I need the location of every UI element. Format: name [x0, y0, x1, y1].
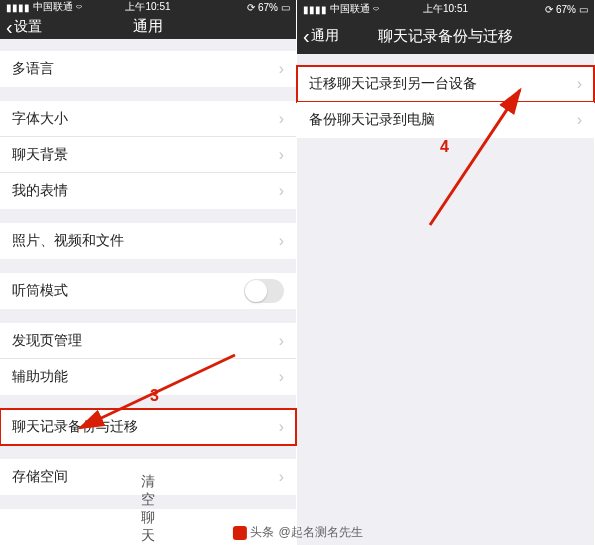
- row-label: 我的表情: [12, 182, 279, 200]
- row-label: 字体大小: [12, 110, 279, 128]
- toutiao-logo-icon: [232, 526, 246, 540]
- battery-label: 67%: [556, 4, 576, 15]
- row-earpiece-mode[interactable]: 听筒模式: [0, 273, 296, 309]
- chevron-right-icon: ›: [279, 368, 284, 386]
- annotation-number-3: 3: [150, 387, 159, 405]
- clock-label: 上午10:51: [125, 0, 170, 14]
- loading-icon: ⟳: [545, 4, 553, 15]
- chevron-left-icon: ‹: [6, 17, 13, 37]
- chevron-right-icon: ›: [577, 75, 582, 93]
- chevron-right-icon: ›: [279, 146, 284, 164]
- row-label: 发现页管理: [12, 332, 279, 350]
- chevron-right-icon: ›: [279, 232, 284, 250]
- status-bar: ▮▮▮▮ 中国联通 ⌔ 上午10:51 ⟳ 67% ▭: [0, 0, 296, 14]
- earpiece-toggle[interactable]: [244, 279, 284, 303]
- back-label: 设置: [14, 18, 42, 36]
- row-label: 听筒模式: [12, 282, 244, 300]
- nav-bar: ‹ 通用 聊天记录备份与迁移: [297, 18, 594, 54]
- nav-bar: ‹ 设置 通用: [0, 14, 296, 39]
- row-label: 照片、视频和文件: [12, 232, 279, 250]
- signal-icon: ▮▮▮▮: [303, 4, 327, 15]
- chevron-right-icon: ›: [279, 182, 284, 200]
- footer-author: @起名测名先生: [278, 524, 362, 541]
- row-label: 聊天背景: [12, 146, 279, 164]
- row-discover-manage[interactable]: 发现页管理 ›: [0, 323, 296, 359]
- footer-prefix: 头条: [250, 524, 274, 541]
- row-fontsize[interactable]: 字体大小 ›: [0, 101, 296, 137]
- back-button[interactable]: ‹ 通用: [297, 26, 339, 46]
- row-label: 备份聊天记录到电脑: [309, 111, 577, 129]
- row-media-files[interactable]: 照片、视频和文件 ›: [0, 223, 296, 259]
- row-label: 清空聊天记录: [141, 473, 155, 545]
- row-label: 聊天记录备份与迁移: [12, 418, 279, 436]
- battery-label: 67%: [258, 2, 278, 13]
- row-chat-backup-migrate[interactable]: 聊天记录备份与迁移 ›: [0, 409, 296, 445]
- chevron-left-icon: ‹: [303, 26, 310, 46]
- page-title: 通用: [133, 17, 163, 36]
- wifi-icon: ⌔: [76, 2, 82, 13]
- chevron-right-icon: ›: [279, 468, 284, 486]
- battery-icon: ▭: [281, 2, 290, 13]
- row-my-stickers[interactable]: 我的表情 ›: [0, 173, 296, 209]
- chevron-right-icon: ›: [279, 418, 284, 436]
- page-title: 聊天记录备份与迁移: [378, 27, 513, 46]
- annotation-number-4: 4: [440, 138, 449, 156]
- chevron-right-icon: ›: [577, 111, 582, 129]
- signal-icon: ▮▮▮▮: [6, 2, 30, 13]
- settings-list: 多语言 › 字体大小 › 聊天背景 › 我的表情 ›: [0, 39, 296, 545]
- back-button[interactable]: ‹ 设置: [0, 17, 42, 37]
- clock-label: 上午10:51: [423, 2, 468, 16]
- chevron-right-icon: ›: [279, 60, 284, 78]
- carrier-label: 中国联通: [330, 2, 370, 16]
- row-label: 多语言: [12, 60, 279, 78]
- row-multilanguage[interactable]: 多语言 ›: [0, 51, 296, 87]
- phone-screen-right: ▮▮▮▮ 中国联通 ⌔ 上午10:51 ⟳ 67% ▭ ‹ 通用 聊天记录备份与…: [297, 0, 594, 545]
- row-label: 迁移聊天记录到另一台设备: [309, 75, 577, 93]
- row-chat-background[interactable]: 聊天背景 ›: [0, 137, 296, 173]
- carrier-label: 中国联通: [33, 0, 73, 14]
- chevron-right-icon: ›: [279, 110, 284, 128]
- loading-icon: ⟳: [247, 2, 255, 13]
- wifi-icon: ⌔: [373, 4, 379, 15]
- chevron-right-icon: ›: [279, 332, 284, 350]
- battery-icon: ▭: [579, 4, 588, 15]
- phone-screen-left: ▮▮▮▮ 中国联通 ⌔ 上午10:51 ⟳ 67% ▭ ‹ 设置 通用 多语言: [0, 0, 297, 545]
- row-migrate-to-device[interactable]: 迁移聊天记录到另一台设备 ›: [297, 66, 594, 102]
- status-bar: ▮▮▮▮ 中国联通 ⌔ 上午10:51 ⟳ 67% ▭: [297, 0, 594, 18]
- row-label: 辅助功能: [12, 368, 279, 386]
- back-label: 通用: [311, 27, 339, 45]
- row-backup-to-computer[interactable]: 备份聊天记录到电脑 ›: [297, 102, 594, 138]
- row-accessibility[interactable]: 辅助功能 ›: [0, 359, 296, 395]
- backup-list: 迁移聊天记录到另一台设备 › 备份聊天记录到电脑 ›: [297, 54, 594, 138]
- source-footer: 头条 @起名测名先生: [232, 524, 362, 541]
